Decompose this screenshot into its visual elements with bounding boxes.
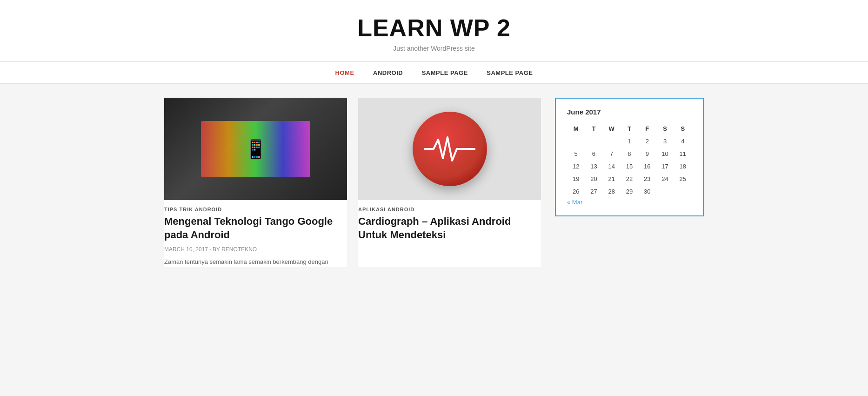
calendar-week-2: 12131415161718 [567,160,692,173]
cal-day-3-3[interactable]: 22 [621,173,638,185]
post-thumbnail-2 [358,98,541,200]
cal-day-3-4[interactable]: 23 [638,173,656,185]
calendar-week-4: 2627282930 [567,185,692,198]
cal-day-1-4[interactable]: 9 [638,148,656,160]
cal-day-2-3[interactable]: 15 [621,160,638,173]
post-title-2[interactable]: Cardiograph – Aplikasi Android Untuk Men… [358,215,541,242]
cal-day-4-5 [656,185,674,198]
cal-day-0-2 [603,135,621,148]
thumb-cardio-img [358,98,541,200]
cal-th-t1: T [585,122,602,135]
calendar-week-1: 567891011 [567,148,692,160]
cal-day-2-5[interactable]: 17 [656,160,674,173]
cal-day-2-6[interactable]: 18 [674,160,692,173]
post-date-1: MARCH 10, 2017 [164,246,208,253]
post-card-1: TIPS TRIK ANDROID Mengenal Teknologi Tan… [164,98,347,267]
cal-th-w: W [603,122,621,135]
cal-day-0-6[interactable]: 4 [674,135,692,148]
calendar-widget: June 2017 M T W T F S S 1234567891011121… [555,98,704,216]
cal-day-1-3[interactable]: 8 [621,148,638,160]
cal-day-3-5[interactable]: 24 [656,173,674,185]
posts-area: TIPS TRIK ANDROID Mengenal Teknologi Tan… [164,98,541,267]
nav-android[interactable]: ANDROID [373,69,403,76]
thumb-android-img [164,98,347,200]
cal-day-2-4[interactable]: 16 [638,160,656,173]
post-author-1: RENOTEKNO [221,246,257,253]
cal-day-2-2[interactable]: 14 [603,160,621,173]
sidebar: June 2017 M T W T F S S 1234567891011121… [555,98,704,216]
cardio-circle [413,112,487,186]
cardio-svg [424,135,475,163]
cal-day-0-5[interactable]: 3 [656,135,674,148]
post-category-1: TIPS TRIK ANDROID [164,200,347,215]
cal-day-4-0[interactable]: 26 [567,185,585,198]
cal-th-s1: S [656,122,674,135]
cal-day-4-1[interactable]: 27 [585,185,602,198]
post-card-2: APLIKASI ANDROID Cardiograph – Aplikasi … [358,98,541,267]
cal-day-4-6 [674,185,692,198]
cal-day-1-6[interactable]: 11 [674,148,692,160]
cal-day-3-1[interactable]: 20 [585,173,602,185]
cal-day-1-2[interactable]: 7 [603,148,621,160]
post-byline-1: MARCH 10, 2017 · BY RENOTEKNO [164,246,347,253]
calendar-table: M T W T F S S 12345678910111213141516171… [567,122,692,198]
calendar-week-0: 1234 [567,135,692,148]
cal-day-1-5[interactable]: 10 [656,148,674,160]
cal-day-3-2[interactable]: 21 [603,173,621,185]
cal-day-1-1[interactable]: 6 [585,148,602,160]
cal-day-2-1[interactable]: 13 [585,160,602,173]
cal-day-4-4[interactable]: 30 [638,185,656,198]
cal-day-3-6[interactable]: 25 [674,173,692,185]
cal-th-m: M [567,122,585,135]
post-category-2: APLIKASI ANDROID [358,200,541,215]
calendar-header-row: M T W T F S S [567,122,692,135]
calendar-prev-link[interactable]: « Mar [567,199,582,206]
calendar-title: June 2017 [567,108,692,116]
cal-th-s2: S [674,122,692,135]
post-thumbnail-1 [164,98,347,200]
cal-th-t2: T [621,122,638,135]
cal-th-f: F [638,122,656,135]
calendar-week-3: 19202122232425 [567,173,692,185]
calendar-body: 1234567891011121314151617181920212223242… [567,135,692,198]
site-nav: HOME ANDROID SAMPLE PAGE SAMPLE PAGE [0,62,868,84]
cal-day-0-0 [567,135,585,148]
cal-day-2-0[interactable]: 12 [567,160,585,173]
cal-day-4-2[interactable]: 28 [603,185,621,198]
site-tagline: Just another WordPress site [9,45,859,52]
nav-sample-2[interactable]: SAMPLE PAGE [487,69,533,76]
site-content: TIPS TRIK ANDROID Mengenal Teknologi Tan… [155,98,713,267]
cal-day-1-0[interactable]: 5 [567,148,585,160]
cal-day-0-1 [585,135,602,148]
cal-day-3-0[interactable]: 19 [567,173,585,185]
post-excerpt-1: Zaman tentunya semakin lama semakin berk… [164,257,347,267]
site-title: LEARN WP 2 [9,14,859,42]
cal-day-4-3[interactable]: 29 [621,185,638,198]
nav-home[interactable]: HOME [335,69,354,76]
nav-sample-1[interactable]: SAMPLE PAGE [422,69,468,76]
cal-day-0-4[interactable]: 2 [638,135,656,148]
cal-day-0-3[interactable]: 1 [621,135,638,148]
site-header: LEARN WP 2 Just another WordPress site [0,0,868,62]
post-separator-1: · BY [209,246,221,253]
post-title-1[interactable]: Mengenal Teknologi Tango Google pada And… [164,215,347,242]
